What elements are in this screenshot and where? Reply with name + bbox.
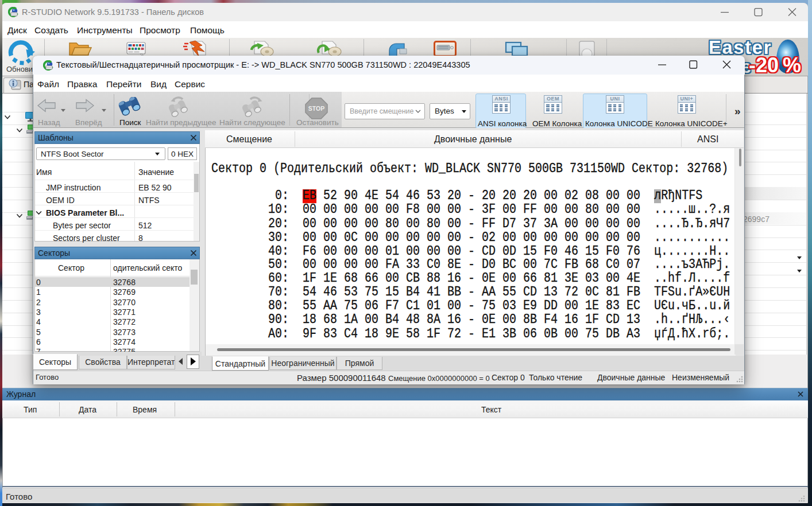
- svg-text:STOP: STOP: [308, 105, 324, 112]
